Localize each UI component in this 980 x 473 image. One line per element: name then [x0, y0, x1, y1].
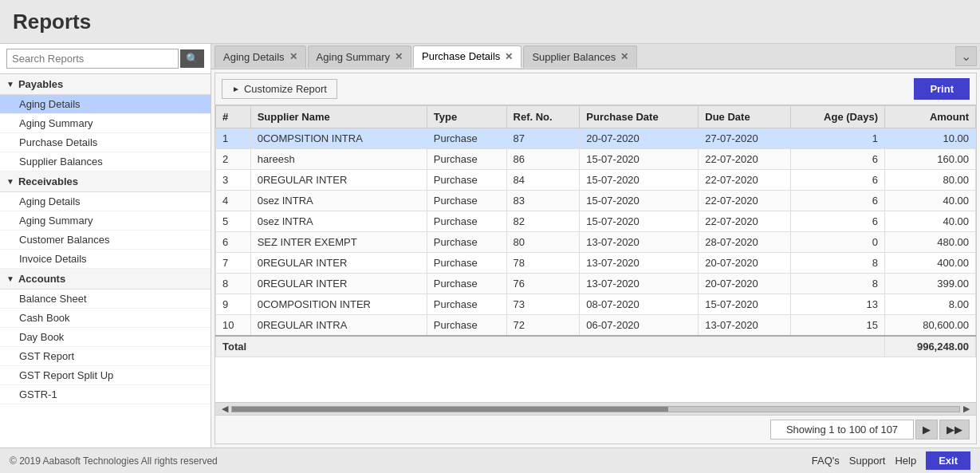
cell-ref: 86	[506, 149, 580, 170]
col-amount: Amount	[885, 106, 976, 128]
cell-type: Purchase	[427, 191, 506, 211]
cell-age: 6	[791, 149, 885, 170]
cell-supplier: 0sez INTRA	[250, 211, 427, 232]
search-button[interactable]: 🔍	[180, 49, 204, 68]
total-amount: 996,248.00	[885, 336, 976, 357]
tab-supplier-balances[interactable]: Supplier Balances ✕	[523, 45, 637, 68]
close-tab-supplier-balances[interactable]: ✕	[620, 51, 628, 62]
scroll-track[interactable]	[231, 406, 960, 412]
sidebar-item-aging-summary-rec[interactable]: Aging Summary	[0, 211, 211, 231]
sidebar-section-receivables[interactable]: ▼ Receivables	[0, 171, 211, 192]
cell-num: 5	[216, 211, 251, 232]
receivables-label: Receivables	[18, 175, 78, 187]
scroll-right-icon[interactable]: ▶	[960, 404, 973, 414]
sidebar-item-cash-book[interactable]: Cash Book	[0, 309, 211, 328]
faq-link[interactable]: FAQ's	[812, 455, 840, 467]
tab-aging-details[interactable]: Aging Details ✕	[214, 45, 306, 68]
app-header: Reports	[0, 0, 980, 44]
cell-age: 6	[791, 170, 885, 191]
customize-report-button[interactable]: ► Customize Report	[222, 79, 337, 99]
cell-due-date: 13-07-2020	[699, 315, 791, 337]
sidebar-item-invoice-details[interactable]: Invoice Details	[0, 250, 211, 269]
cell-ref: 82	[506, 211, 580, 232]
horizontal-scrollbar[interactable]: ◀ ▶	[215, 402, 976, 415]
tabs-dropdown-button[interactable]: ⌄	[955, 46, 977, 66]
table-container[interactable]: # Supplier Name Type Ref. No. Purchase D…	[215, 105, 976, 402]
sidebar-item-supplier-balances[interactable]: Supplier Balances	[0, 152, 211, 171]
sidebar-item-day-book[interactable]: Day Book	[0, 328, 211, 347]
sidebar-item-aging-details-rec[interactable]: Aging Details	[0, 192, 211, 211]
support-link[interactable]: Support	[849, 455, 886, 467]
cell-num: 7	[216, 253, 251, 274]
sidebar-section-payables[interactable]: ▼ Payables	[0, 74, 211, 95]
next-page-button[interactable]: ▶	[915, 420, 938, 439]
cell-amount: 400.00	[885, 253, 976, 274]
col-ref: Ref. No.	[506, 106, 580, 128]
cell-due-date: 27-07-2020	[699, 128, 791, 149]
sidebar-section-accounts[interactable]: ▼ Accounts	[0, 269, 211, 290]
report-toolbar: ► Customize Report Print	[215, 73, 976, 105]
total-label: Total	[216, 336, 885, 357]
tab-purchase-details[interactable]: Purchase Details ✕	[413, 45, 521, 68]
scroll-thumb[interactable]	[232, 407, 668, 412]
cell-supplier: SEZ INTER EXEMPT	[250, 232, 427, 253]
close-tab-aging-details[interactable]: ✕	[289, 51, 297, 62]
cell-ref: 83	[506, 191, 580, 211]
sidebar-item-purchase-details[interactable]: Purchase Details	[0, 133, 211, 152]
table-row: 9 0COMPOSITION INTER Purchase 73 08-07-2…	[216, 294, 976, 315]
footer-copyright: © 2019 Aabasoft Technologies All rights …	[10, 455, 218, 467]
tab-aging-summary[interactable]: Aging Summary ✕	[308, 45, 411, 68]
cell-age: 6	[791, 191, 885, 211]
cell-purchase-date: 15-07-2020	[580, 170, 699, 191]
cell-purchase-date: 06-07-2020	[580, 315, 699, 337]
sidebar-item-customer-balances[interactable]: Customer Balances	[0, 231, 211, 250]
cell-num: 2	[216, 149, 251, 170]
cell-supplier: hareesh	[250, 149, 427, 170]
table-row: 10 0REGULAR INTRA Purchase 72 06-07-2020…	[216, 315, 976, 337]
table-header-row: # Supplier Name Type Ref. No. Purchase D…	[216, 106, 976, 128]
cell-due-date: 20-07-2020	[699, 253, 791, 274]
accounts-triangle-icon: ▼	[6, 274, 14, 283]
table-row: 7 0REGULAR INTER Purchase 78 13-07-2020 …	[216, 253, 976, 274]
sidebar-item-gst-split[interactable]: GST Report Split Up	[0, 366, 211, 385]
table-row: 3 0REGULAR INTER Purchase 84 15-07-2020 …	[216, 170, 976, 191]
report-table: # Supplier Name Type Ref. No. Purchase D…	[215, 105, 976, 357]
cell-type: Purchase	[427, 170, 506, 191]
main-layout: 🔍 ▼ Payables Aging Details Aging Summary…	[0, 44, 980, 447]
cell-supplier: 0COMPOSITION INTER	[250, 294, 427, 315]
cell-amount: 80,600.00	[885, 315, 976, 337]
pagination-bar: Showing 1 to 100 of 107 ▶ ▶▶	[215, 415, 976, 443]
cell-num: 8	[216, 274, 251, 294]
sidebar-item-aging-details-pay[interactable]: Aging Details	[0, 95, 211, 114]
cell-due-date: 15-07-2020	[699, 294, 791, 315]
close-tab-purchase-details[interactable]: ✕	[505, 51, 513, 62]
help-link[interactable]: Help	[895, 455, 916, 467]
search-input[interactable]	[6, 49, 179, 69]
cell-age: 8	[791, 253, 885, 274]
cell-due-date: 22-07-2020	[699, 211, 791, 232]
cell-amount: 480.00	[885, 232, 976, 253]
sidebar-item-aging-summary-pay[interactable]: Aging Summary	[0, 114, 211, 133]
cell-ref: 72	[506, 315, 580, 337]
scroll-left-icon[interactable]: ◀	[218, 404, 231, 414]
cell-age: 1	[791, 128, 885, 149]
sidebar-item-gstr1[interactable]: GSTR-1	[0, 385, 211, 404]
close-tab-aging-summary[interactable]: ✕	[395, 51, 403, 62]
sidebar-item-balance-sheet[interactable]: Balance Sheet	[0, 290, 211, 309]
payables-triangle-icon: ▼	[6, 80, 14, 89]
cell-purchase-date: 15-07-2020	[580, 191, 699, 211]
exit-button[interactable]: Exit	[926, 451, 970, 470]
cell-purchase-date: 13-07-2020	[580, 274, 699, 294]
col-num: #	[216, 106, 251, 128]
accounts-label: Accounts	[18, 273, 65, 285]
table-total-row: Total 996,248.00	[216, 336, 976, 357]
print-button[interactable]: Print	[914, 78, 970, 100]
cell-ref: 73	[506, 294, 580, 315]
last-page-button[interactable]: ▶▶	[939, 420, 970, 439]
cell-supplier: 0REGULAR INTER	[250, 170, 427, 191]
cell-type: Purchase	[427, 274, 506, 294]
table-row: 8 0REGULAR INTER Purchase 76 13-07-2020 …	[216, 274, 976, 294]
cell-purchase-date: 08-07-2020	[580, 294, 699, 315]
sidebar-item-gst-report[interactable]: GST Report	[0, 347, 211, 366]
cell-age: 6	[791, 211, 885, 232]
